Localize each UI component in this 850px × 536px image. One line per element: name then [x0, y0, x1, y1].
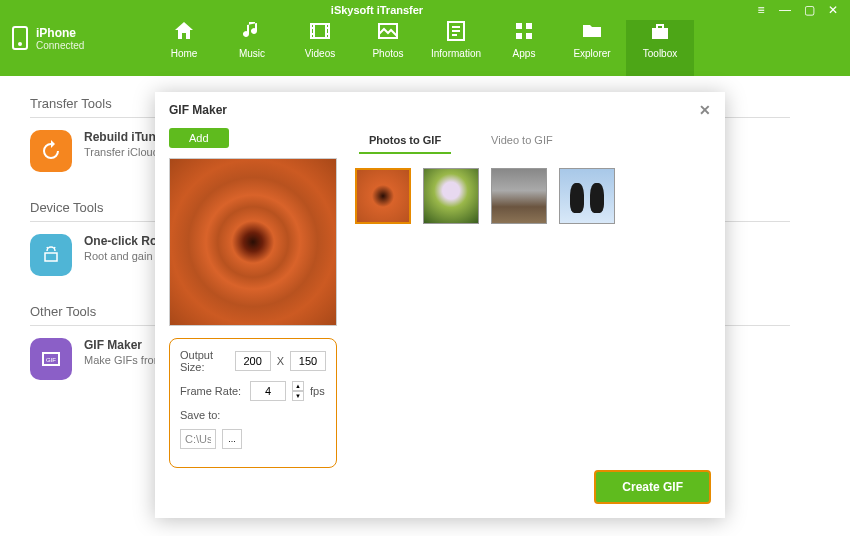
frame-rate-up[interactable]: ▲	[292, 381, 304, 391]
photo-icon	[375, 18, 401, 44]
android-icon	[30, 234, 72, 276]
menu-icon[interactable]: ≡	[754, 3, 768, 17]
home-icon	[171, 18, 197, 44]
svg-rect-4	[516, 33, 522, 39]
close-window-icon[interactable]: ✕	[826, 3, 840, 17]
tab-photos-to-gif[interactable]: Photos to GIF	[359, 128, 451, 154]
svg-rect-6	[652, 28, 668, 39]
tab-video-to-gif[interactable]: Video to GIF	[481, 128, 563, 154]
frame-rate-down[interactable]: ▼	[292, 391, 304, 401]
info-icon	[443, 18, 469, 44]
frame-rate-label: Frame Rate:	[180, 385, 244, 397]
video-icon	[307, 18, 333, 44]
folder-icon	[579, 18, 605, 44]
preview-image	[169, 158, 337, 326]
device-status: Connected	[36, 40, 84, 51]
toolbox-icon	[647, 18, 673, 44]
device-name: iPhone	[36, 26, 84, 40]
gif-icon: GIF	[30, 338, 72, 380]
rebuild-icon	[30, 130, 72, 172]
add-button[interactable]: Add	[169, 128, 229, 148]
thumbnail-4[interactable]	[559, 168, 615, 224]
create-gif-button[interactable]: Create GIF	[594, 470, 711, 504]
app-title: iSkysoft iTransfer	[0, 4, 754, 16]
svg-text:GIF: GIF	[46, 357, 56, 363]
save-to-label: Save to:	[180, 409, 244, 421]
music-icon	[239, 18, 265, 44]
svg-rect-5	[526, 33, 532, 39]
frame-rate-input[interactable]	[250, 381, 286, 401]
svg-rect-2	[516, 23, 522, 29]
browse-button[interactable]: ...	[222, 429, 242, 449]
settings-panel: Output Size: X Frame Rate: ▲ ▼ fps Save …	[169, 338, 337, 468]
output-size-label: Output Size:	[180, 349, 229, 373]
modal-title: GIF Maker	[169, 103, 227, 117]
maximize-icon[interactable]: ▢	[802, 3, 816, 17]
minimize-icon[interactable]: —	[778, 3, 792, 17]
thumbnail-2[interactable]	[423, 168, 479, 224]
thumbnail-3[interactable]	[491, 168, 547, 224]
apps-icon	[511, 18, 537, 44]
thumbnail-1[interactable]	[355, 168, 411, 224]
phone-icon	[12, 26, 28, 50]
output-width-input[interactable]	[235, 351, 271, 371]
svg-rect-3	[526, 23, 532, 29]
save-path-input[interactable]	[180, 429, 216, 449]
gif-maker-modal: GIF Maker ✕ Add Output Size: X Frame Rat…	[155, 92, 725, 518]
output-height-input[interactable]	[290, 351, 326, 371]
close-icon[interactable]: ✕	[699, 102, 711, 118]
